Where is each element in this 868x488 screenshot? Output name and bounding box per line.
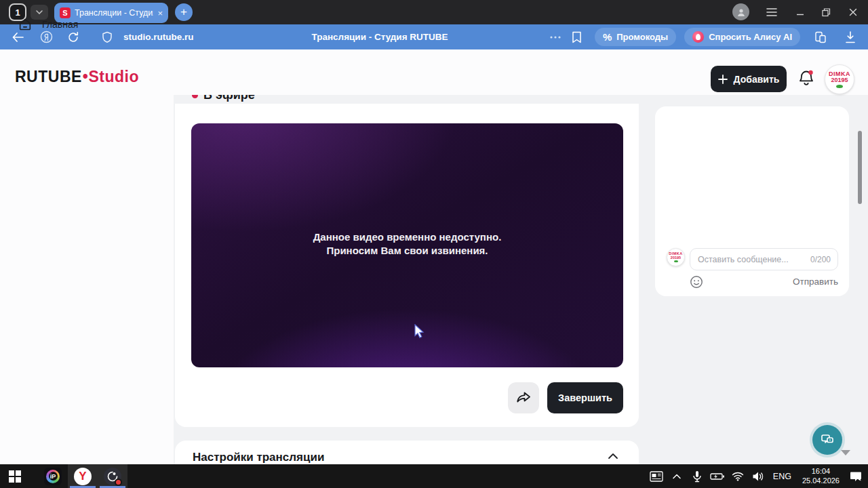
support-chat-fab[interactable] (812, 425, 842, 455)
window-restore-button[interactable] (812, 0, 840, 24)
microphone-icon[interactable] (689, 470, 705, 483)
chat-input[interactable] (690, 255, 792, 264)
wifi-icon[interactable] (730, 472, 746, 481)
add-button[interactable]: Добавить (711, 66, 787, 92)
tray-expand-chevron-icon[interactable] (669, 474, 685, 479)
chat-bubbles-icon (820, 432, 835, 447)
more-icon[interactable] (545, 28, 566, 47)
notifications-bell-icon[interactable] (797, 69, 815, 88)
obs-icon (104, 468, 121, 485)
tab-close-icon[interactable]: × (157, 8, 163, 18)
percent-icon: % (603, 31, 612, 43)
char-counter: 0/200 (810, 255, 831, 264)
video-player[interactable]: Данное видео временно недоступно. Принос… (191, 123, 623, 367)
browser-menu-icon[interactable] (758, 0, 785, 24)
taskbar-app-paint[interactable]: iP (38, 464, 68, 488)
mouse-cursor (414, 324, 425, 339)
send-message-button[interactable]: Отправить (793, 277, 838, 287)
start-button[interactable] (0, 464, 30, 488)
promo-codes-button[interactable]: % Промокоды (595, 28, 676, 46)
share-arrow-icon (516, 391, 531, 405)
broadcast-card: Данное видео временно недоступно. Принос… (175, 104, 639, 427)
home-icon (18, 17, 33, 32)
chat-panel: DIMKA 20195 0/200 Отправить (655, 106, 849, 296)
clock[interactable]: 16:04 25.04.2026 (798, 467, 844, 486)
sidebar (0, 95, 174, 464)
yandex-browser-icon: Y (74, 468, 92, 485)
plus-icon (718, 75, 728, 84)
news-widget-icon[interactable] (648, 471, 665, 482)
action-center-icon[interactable] (848, 471, 864, 482)
paint-app-icon: iP (44, 468, 62, 485)
windows-taskbar: iP Y ENG 16:04 25.04.2026 (0, 464, 868, 488)
scroll-hint-arrow (841, 450, 850, 455)
emoji-icon[interactable] (690, 275, 703, 289)
user-avatar[interactable]: DIMKA 20195 (825, 64, 854, 94)
downloads-icon[interactable] (840, 28, 861, 47)
player-unavailable-message: Данное видео временно недоступно. Принос… (191, 230, 623, 258)
new-tab-button[interactable]: + (175, 3, 193, 21)
obs-recording-dot (115, 479, 122, 486)
share-button[interactable] (508, 382, 539, 413)
finish-broadcast-button[interactable]: Завершить (547, 382, 623, 413)
clock-date: 25.04.2026 (802, 476, 840, 486)
page-scrollbar[interactable] (858, 131, 862, 204)
language-indicator[interactable]: ENG (770, 472, 794, 481)
toolbar-page-title: Трансляции - Студия RUTUBE (231, 24, 529, 49)
avatar-leaf-decoration (836, 85, 843, 88)
alice-icon (692, 31, 704, 43)
browser-profile-avatar[interactable] (732, 3, 749, 20)
window-close-button[interactable] (840, 0, 867, 24)
bookmark-icon[interactable] (566, 28, 588, 47)
extensions-icon[interactable] (810, 28, 831, 47)
battery-icon[interactable] (709, 472, 726, 481)
ask-alice-button[interactable]: Спросить Алису AI (684, 28, 800, 46)
rutube-studio-logo[interactable]: RUTUBE•Studio (15, 68, 139, 86)
chat-user-avatar: DIMKA 20195 (667, 248, 685, 266)
chat-message-field[interactable]: 0/200 (690, 248, 838, 270)
window-minimize-button[interactable] (787, 0, 814, 24)
taskbar-app-yandex-browser[interactable]: Y (68, 464, 98, 488)
collapse-chevron-icon[interactable] (608, 453, 618, 460)
volume-icon[interactable] (750, 471, 766, 482)
sidebar-item-home[interactable]: Главная (11, 11, 153, 38)
clock-time: 16:04 (802, 467, 840, 476)
settings-section-title: Настройки трансляции (193, 451, 324, 464)
taskbar-app-obs[interactable] (98, 464, 127, 488)
